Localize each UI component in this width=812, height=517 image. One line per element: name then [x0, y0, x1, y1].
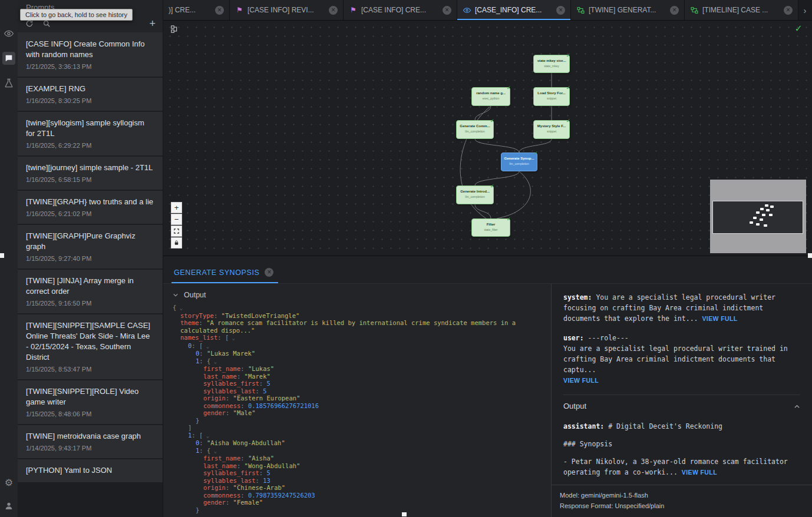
bottom-tab-bar: GENERATE SYNOPSIS × — [163, 256, 812, 284]
json-line: syllables_last: 13 — [163, 477, 551, 485]
app-window: ⚙ Prompts + [CASE INFO] Create Common In… — [0, 0, 812, 517]
prompt-list-item[interactable]: [twine][journey] simple sample - 2T1L1/1… — [18, 157, 163, 190]
tab-4[interactable]: [CASE_INFO] CRE...× — [457, 0, 571, 20]
tab-close-icon[interactable]: × — [670, 6, 679, 15]
bottom-tab-generate-synopsis[interactable]: GENERATE SYNOPSIS × — [171, 263, 278, 283]
json-token: syllables_last — [203, 387, 256, 395]
json-token: : — [226, 395, 233, 402]
graph-node[interactable]: Generate Introd...llm_completion✓ — [456, 185, 494, 204]
prompt-list-item[interactable]: [EXAMPLE] RNG1/16/2025, 8:30:25 PM — [18, 78, 163, 111]
json-token: : — [240, 455, 248, 462]
zoom-out-button[interactable]: − — [171, 214, 182, 225]
prompt-timestamp: 1/16/2025, 6:29:22 PM — [26, 142, 154, 149]
tab-overflow-chevron[interactable]: › — [798, 0, 811, 20]
assistant-view-full-link[interactable]: VIEW FULL — [682, 469, 717, 476]
tab-2[interactable]: ⚑[CASE INFO] REVI...× — [230, 0, 344, 20]
json-line: syllables_last: 5 — [163, 387, 551, 395]
node-title: Generate Comm... — [457, 124, 493, 128]
system-view-full-link[interactable]: VIEW FULL — [702, 315, 737, 322]
collapse-caret[interactable]: ⌄ — [203, 343, 209, 349]
minimap-node-dot — [756, 211, 760, 214]
minimap-node-dot — [762, 214, 765, 216]
node-canvas[interactable]: state mkey stor...state_mkey✓random name… — [163, 21, 812, 256]
json-token: } — [196, 506, 199, 513]
tab-close-icon[interactable]: × — [215, 6, 224, 15]
prompt-list-item[interactable]: [twine][syllogism] sample syllogism for … — [18, 112, 163, 155]
prompt-list-item[interactable]: [CASE INFO] Create Common Info with rand… — [18, 33, 163, 77]
json-token: "Lukas Marek" — [207, 350, 255, 357]
account-icon[interactable] — [4, 501, 14, 511]
prompt-list-item[interactable]: [TWINE][SNIPPET][SAMPLE CASE] Online Thr… — [18, 314, 163, 379]
collapse-caret[interactable]: ⌄ — [229, 335, 235, 341]
tab-close-icon[interactable]: × — [443, 6, 451, 15]
json-line: } — [163, 417, 551, 425]
prompt-list-item[interactable]: [TWINE][GRAPH} two truths and a lie1/16/… — [18, 191, 163, 224]
collapse-caret[interactable]: ⌄ — [176, 305, 183, 311]
bottom-tab-close-icon[interactable]: × — [265, 268, 273, 277]
prompt-list-item[interactable]: [TWINE][SNIPPET][ROLE] Video game writer… — [18, 380, 163, 424]
tab-3[interactable]: ⚑[CASE INFO] CRE...× — [344, 0, 457, 20]
node-title: Filter — [472, 223, 510, 226]
json-token: : — [226, 484, 233, 491]
prompt-list-item[interactable]: [PYTHON] Yaml to JSON — [18, 459, 163, 482]
minimap-node-dot — [765, 204, 768, 207]
tab-1[interactable]: )] CRE...× — [163, 0, 230, 20]
tab-6[interactable]: [TIMELINE] CASE ...× — [685, 0, 798, 20]
node-title: Load Story For... — [534, 91, 569, 95]
output-collapse-header[interactable]: Output — [163, 289, 551, 304]
json-token: "Wong-Abdullah" — [245, 462, 301, 469]
prompt-list-item[interactable]: [TWINE] metroidvania case graph1/14/2025… — [18, 425, 163, 458]
splitter-handle-bottom[interactable] — [402, 512, 407, 516]
eye-icon[interactable] — [4, 28, 14, 39]
graph-node[interactable]: random name g...exec_python✓ — [471, 87, 510, 106]
gear-icon[interactable]: ⚙ — [4, 477, 14, 488]
tab-5[interactable]: [TWINE] GENERAT...× — [571, 0, 685, 20]
json-line: 1: { ⌄ — [163, 447, 551, 455]
prompts-icon[interactable] — [2, 52, 15, 65]
collapse-caret[interactable]: ⌄ — [203, 433, 209, 439]
json-token: : — [256, 477, 263, 484]
zoom-in-button[interactable]: + — [171, 202, 182, 213]
graph-layout-icon[interactable] — [170, 25, 179, 36]
json-token: first_name — [203, 365, 240, 372]
splitter-handle-right[interactable] — [808, 253, 812, 258]
tab-close-icon[interactable]: × — [784, 6, 793, 15]
prompt-timestamp: 1/15/2025, 8:48:06 PM — [26, 410, 154, 417]
graph-node[interactable]: Generate Comm...llm_completion✓ — [456, 120, 494, 139]
json-line: last_name: "Marek" — [163, 373, 551, 380]
splitter-handle-left[interactable] — [0, 253, 4, 258]
json-token: "Male" — [233, 409, 256, 416]
tab-strip: )] CRE...×⚑[CASE INFO] REVI...×⚑[CASE IN… — [163, 0, 812, 21]
tab-close-icon[interactable]: × — [329, 6, 338, 15]
prompt-list-item[interactable]: [TWINE] [JINJA] Array merge in correct o… — [18, 270, 163, 313]
collapse-caret[interactable]: ⌄ — [210, 448, 217, 454]
collapse-caret[interactable]: ⌄ — [210, 359, 217, 364]
minimap[interactable] — [710, 180, 806, 253]
graph-node[interactable]: Load Story For...snippet✓ — [533, 87, 570, 106]
json-token: : — [199, 357, 207, 364]
flask-icon[interactable] — [4, 78, 14, 88]
json-token: : — [199, 319, 207, 326]
user-view-full-link[interactable]: VIEW FULL — [563, 377, 599, 384]
node-subtitle: state_filter — [472, 228, 510, 231]
node-check-icon: ✓ — [490, 118, 494, 124]
node-title: Generate Introd... — [457, 190, 493, 193]
json-token: : — [214, 312, 222, 319]
chevron-up-icon[interactable] — [794, 403, 800, 410]
graph-node[interactable]: state mkey stor...state_mkey✓ — [533, 55, 570, 73]
chevron-down-icon[interactable] — [173, 292, 179, 298]
lock-button[interactable] — [171, 237, 182, 248]
graph-node[interactable]: Mystery Style F...snippet✓ — [533, 120, 570, 139]
graph-node[interactable]: Generate Synop...llm_completion✓ — [501, 153, 537, 171]
right-output-header[interactable]: Output — [563, 395, 800, 417]
minimap-viewport[interactable] — [712, 201, 803, 234]
minimap-node-dot — [766, 209, 770, 211]
prompt-list-item[interactable]: [TWINE][GRAPH]Pure Graphviz graph1/15/20… — [18, 225, 163, 269]
node-subtitle: llm_completion — [457, 130, 493, 133]
tab-close-icon[interactable]: × — [556, 6, 565, 15]
output-header-label: Output — [184, 291, 206, 299]
fit-view-button[interactable] — [171, 226, 182, 237]
add-prompt-button[interactable]: + — [149, 18, 156, 29]
graph-node[interactable]: Filterstate_filter✓ — [471, 218, 510, 237]
user-text: You are a specialist legal procedural wr… — [563, 343, 800, 375]
